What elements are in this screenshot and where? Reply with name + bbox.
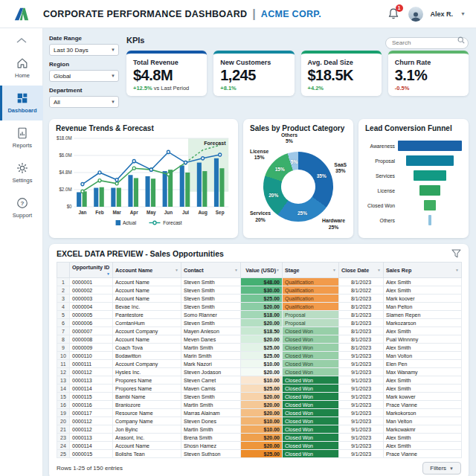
cell-account-name[interactable]: Bodawitton xyxy=(113,352,181,360)
cell-close-date[interactable]: 9/1/2023 xyxy=(339,352,384,360)
cell-contact[interactable]: Steven Dones xyxy=(181,417,241,425)
cell-contact[interactable]: Somo Rlanner xyxy=(181,311,241,319)
filter-funnel-icon[interactable] xyxy=(451,249,461,258)
cell-opportunity-id[interactable]: 0000112 xyxy=(70,368,113,376)
cell-row-number[interactable]: 12 xyxy=(57,368,70,376)
column-header[interactable]: Sales Rep▼ xyxy=(384,263,462,278)
cell-sales-rep[interactable]: Alex Smith xyxy=(384,278,462,286)
cell-stage[interactable]: Closed Won xyxy=(283,344,339,352)
cell-sales-rep[interactable]: Alex Smith xyxy=(384,327,462,335)
cell-contact[interactable]: Steven Smith xyxy=(181,286,241,295)
cell-account-name[interactable]: Account Company xyxy=(113,360,181,368)
cell-opportunity-id[interactable]: 0000112 xyxy=(70,417,113,425)
cell-sales-rep[interactable]: Man Velton xyxy=(384,417,462,425)
cell-close-date[interactable]: 9/1/2023 xyxy=(339,409,384,417)
sidebar-item-dashboard[interactable]: Dashboard xyxy=(0,86,43,120)
cell-value[interactable]: $10.00 xyxy=(241,360,283,368)
cell-account-name[interactable]: Bolishs Tean xyxy=(113,450,181,458)
cell-opportunity-id[interactable]: 0000007 xyxy=(70,327,113,335)
cell-stage[interactable]: Proposal xyxy=(283,311,339,319)
cell-row-number[interactable]: 21 xyxy=(57,425,70,434)
cell-row-number[interactable]: 8 xyxy=(57,335,70,344)
cell-row-number[interactable]: 15 xyxy=(57,393,70,401)
cell-close-date[interactable]: 8/1/2023 xyxy=(339,327,384,335)
cell-sales-rep[interactable]: Prace Vianne xyxy=(384,401,462,409)
cell-contact[interactable]: Steven Carret xyxy=(181,376,241,385)
cell-sales-rep[interactable]: Markcwakmr xyxy=(384,425,462,434)
cell-stage[interactable]: Closed Won xyxy=(283,442,339,450)
cell-account-name[interactable]: Bevae Inc. xyxy=(113,303,181,311)
cell-opportunity-id[interactable]: 0000113 xyxy=(70,376,113,385)
cell-sales-rep[interactable]: Alex Smith xyxy=(384,344,462,352)
cell-opportunity-id[interactable]: 0000002 xyxy=(70,286,113,295)
cell-contact[interactable]: Brena Smith xyxy=(181,434,241,442)
cell-close-date[interactable]: 9/1/2023 xyxy=(339,368,384,376)
cell-stage[interactable]: Closed Won xyxy=(283,393,339,401)
cell-account-name[interactable]: Coach Tova xyxy=(113,344,181,352)
cell-stage[interactable]: Closed Won xyxy=(283,352,339,360)
cell-sales-rep[interactable]: Slamen Repen xyxy=(384,311,462,319)
cell-contact[interactable]: Steven Suthson xyxy=(181,450,241,458)
column-header[interactable]: Account Name▼ xyxy=(113,263,181,278)
column-header[interactable]: Stage▼ xyxy=(283,263,339,278)
cell-opportunity-id[interactable]: 0000114 xyxy=(70,385,113,393)
cell-value[interactable]: $20.00 xyxy=(241,368,283,376)
cell-contact[interactable]: Shosn Hamez xyxy=(181,442,241,450)
cell-sales-rep[interactable]: Pual Winnnny xyxy=(384,335,462,344)
cell-row-number[interactable]: 9 xyxy=(57,344,70,352)
cell-account-name[interactable]: Propores Name xyxy=(113,376,181,385)
cell-close-date[interactable]: 9/1/2023 xyxy=(339,425,384,434)
cell-account-name[interactable]: Peantestore xyxy=(113,311,181,319)
column-header[interactable]: Contact▼ xyxy=(181,263,241,278)
cell-sales-rep[interactable]: Alex Smith xyxy=(384,385,462,393)
cell-row-number[interactable]: 10 xyxy=(57,352,70,360)
cell-value[interactable]: $25.00 xyxy=(241,352,283,360)
cell-opportunity-id[interactable]: 0000115 xyxy=(70,393,113,401)
cell-value[interactable]: $10.00 xyxy=(241,376,283,385)
cell-close-date[interactable]: 9/1/2023 xyxy=(339,376,384,385)
cell-value[interactable]: $20.00 xyxy=(241,434,283,442)
cell-value[interactable]: $20.00 xyxy=(241,393,283,401)
cell-contact[interactable]: Maven Camis xyxy=(181,385,241,393)
cell-stage[interactable]: Qualification xyxy=(283,286,339,295)
cell-sales-rep[interactable]: Markokorson xyxy=(384,409,462,417)
cell-stage[interactable]: Qualification xyxy=(283,278,339,286)
cell-opportunity-id[interactable]: 0000008 xyxy=(70,335,113,344)
cell-opportunity-id[interactable]: 0000113 xyxy=(70,434,113,442)
search-input[interactable] xyxy=(385,37,469,49)
cell-close-date[interactable]: 8/1/2023 xyxy=(339,295,384,303)
cell-value[interactable]: $10.00 xyxy=(241,425,283,434)
cell-row-number[interactable]: 14 xyxy=(57,385,70,393)
cell-row-number[interactable]: 20 xyxy=(57,417,70,425)
cell-opportunity-id[interactable]: 0000111 xyxy=(70,360,113,368)
cell-close-date[interactable]: 9/1/2023 xyxy=(339,442,384,450)
cell-close-date[interactable]: 8/1/2023 xyxy=(339,319,384,327)
cell-sales-rep[interactable]: Alex Smith xyxy=(384,442,462,450)
cell-stage[interactable]: Qualification xyxy=(283,295,339,303)
user-name[interactable]: Alex R. xyxy=(431,10,454,18)
cell-sales-rep[interactable]: Alex Smith xyxy=(384,434,462,442)
cell-row-number[interactable]: 19 xyxy=(57,409,70,417)
cell-opportunity-id[interactable]: 0000112 xyxy=(70,425,113,434)
cell-value[interactable]: $20.00 xyxy=(241,335,283,344)
cell-row-number[interactable]: 3 xyxy=(57,295,70,303)
cell-stage[interactable]: Closed Won xyxy=(283,434,339,442)
cell-account-name[interactable]: Account Company xyxy=(113,327,181,335)
cell-row-number[interactable]: 7 xyxy=(57,327,70,335)
cell-opportunity-id[interactable]: 0000001 xyxy=(70,278,113,286)
cell-close-date[interactable]: 9/1/2023 xyxy=(339,393,384,401)
cell-contact[interactable]: Steven Smith xyxy=(181,303,241,311)
cell-close-date[interactable]: 9/1/2023 xyxy=(339,385,384,393)
cell-sales-rep[interactable]: Alex Smith xyxy=(384,286,462,295)
cell-contact[interactable]: Steven Smith xyxy=(181,278,241,286)
cell-row-number[interactable]: 24 xyxy=(57,442,70,450)
column-header[interactable]: Value (USD)▼ xyxy=(241,263,283,278)
cell-row-number[interactable]: 25 xyxy=(57,450,70,458)
cell-account-name[interactable]: Hysles Inc. xyxy=(113,368,181,376)
column-header[interactable]: Opportunity ID▼ xyxy=(70,263,113,278)
cell-close-date[interactable]: 8/1/2022 xyxy=(339,286,384,295)
date-range-select[interactable]: Last 30 Days ▼ xyxy=(49,44,119,56)
cell-stage[interactable]: Closed Won xyxy=(283,409,339,417)
cell-contact[interactable]: Martin Smith xyxy=(181,425,241,434)
column-header[interactable]: Close Date▼ xyxy=(339,263,384,278)
